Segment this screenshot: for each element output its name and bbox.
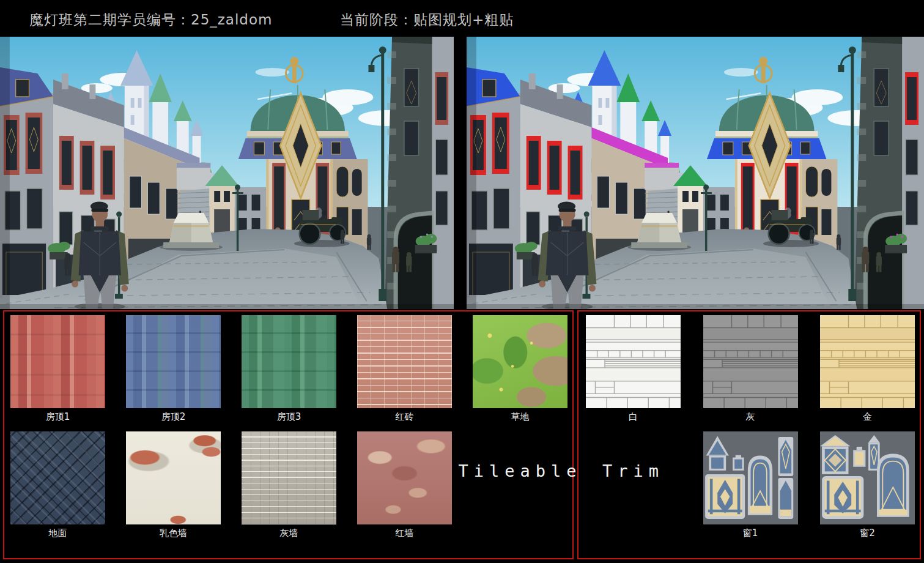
scene-texture-planning [0,37,454,309]
street-scene-illustration [467,37,924,309]
texture-cell: 乳色墙 [126,431,221,540]
window-trim-sheet [820,431,915,524]
texture-swatch-trim-sheet [703,315,798,408]
texture-swatch-trim-sheet [586,315,681,408]
texture-row: 地面乳色墙灰墙红墙Tileable [4,431,572,540]
texture-cell: 红砖 [357,315,452,424]
student-id-label: 魔灯班第二期学员编号：25_zaldom [29,10,272,29]
stage-label: 当前阶段：贴图规划+粗贴 [340,10,514,29]
header-bar: 魔灯班第二期学员编号：25_zaldom 当前阶段：贴图规划+粗贴 [0,0,924,37]
texture-cell: 灰 [703,315,798,424]
texture-swatch-roof-green [242,315,336,408]
texture-swatch-roof-red [10,315,105,408]
trim-sheet-pattern [586,315,681,408]
texture-label: 草地 [511,408,530,424]
texture-swatch-trim-sheet [820,315,915,408]
tileable-title-cell: Tileable [473,431,567,524]
texture-cell: 房顶1 [10,315,105,424]
texture-cell: 房顶3 [242,315,336,424]
texture-cell: 白 [586,315,681,424]
texture-label: 红墙 [396,524,414,540]
texture-cell: 草地 [473,315,567,424]
street-scene-illustration [0,37,454,309]
tileable-panel: 房顶1房顶2房顶3红砖草地地面乳色墙灰墙红墙Tileable [3,310,574,559]
texture-cell: 地面 [10,431,105,540]
texture-cell: 窗2 [820,431,915,540]
texture-label: 红砖 [396,408,414,424]
trim-sheet-pattern [703,315,798,408]
texture-label: 房顶1 [46,408,70,424]
texture-label: 地面 [49,524,67,540]
scene-rough-paste [467,37,924,309]
texture-swatch-grass [473,315,567,408]
texture-label: 白 [629,408,638,424]
texture-label: 金 [863,408,872,424]
texture-swatch-red-wall [357,431,452,524]
texture-swatch-cream-wall [126,431,221,524]
texture-row: 白灰金 [578,315,920,424]
texture-swatch-ground-herringbone [10,431,105,524]
texture-cell: 红墙 [357,431,452,540]
texture-cell: 房顶2 [126,315,221,424]
trim-sheet-pattern [820,315,915,408]
texture-label: 窗1 [743,524,758,540]
scene-comparison [0,37,924,309]
texture-swatch-window-sheet-2 [820,431,915,524]
trim-panel-title: Trim [602,461,664,480]
texture-row: Trim窗1窗2 [578,431,920,540]
texture-cell: 金 [820,315,915,424]
texture-label: 房顶3 [277,408,301,424]
texture-label: 灰 [746,408,755,424]
texture-label: 房顶2 [161,408,186,424]
trim-title-cell: Trim [586,431,681,524]
window-trim-sheet [703,431,798,524]
texture-label: 乳色墙 [160,524,187,540]
texture-cell: 灰墙 [242,431,336,540]
trim-panel: 白灰金Trim窗1窗2 [577,310,921,559]
texture-swatch-roof-blue [126,315,221,408]
texture-cell: 窗1 [703,431,798,540]
texture-swatch-window-sheet-1 [703,431,798,524]
texture-label: 灰墙 [280,524,298,540]
texture-label: 窗2 [860,524,875,540]
texture-swatch-gray-wall [242,431,336,524]
presentation-board: 魔灯班第二期学员编号：25_zaldom 当前阶段：贴图规划+粗贴 房顶1房顶2… [0,0,924,563]
texture-row: 房顶1房顶2房顶3红砖草地 [4,315,572,424]
texture-library: 房顶1房顶2房顶3红砖草地地面乳色墙灰墙红墙Tileable 白灰金Trim窗1… [0,310,924,559]
tileable-panel-title: Tileable [458,461,582,480]
texture-swatch-red-brick [357,315,452,408]
